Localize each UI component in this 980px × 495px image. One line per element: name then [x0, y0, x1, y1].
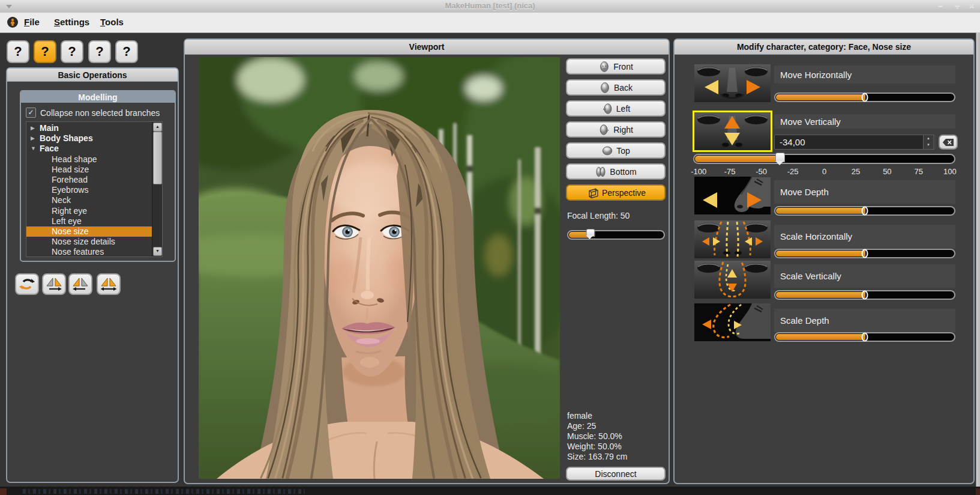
symmetrize-right-icon: [46, 276, 62, 292]
info-weight: Weight: 50.0%: [567, 442, 622, 452]
tree-item-head-size[interactable]: Head size: [26, 165, 162, 175]
tab-help-5[interactable]: ?: [115, 40, 138, 63]
menu-tools[interactable]: Tools: [100, 17, 124, 27]
close-button[interactable]: ×: [965, 1, 978, 11]
title-bar: MakeHuman [test] (nica) – + ×: [0, 0, 980, 13]
menu-settings[interactable]: Settings: [54, 17, 89, 27]
spinner-down-icon[interactable]: ▼: [924, 142, 933, 148]
window-scrollbar[interactable]: [976, 32, 980, 487]
symmetrize-right-button[interactable]: [42, 273, 66, 295]
makehuman-logo-icon: [7, 17, 18, 28]
symmetrize-left-button[interactable]: [68, 273, 92, 295]
nose-move-vertical-thumbnail[interactable]: [694, 112, 771, 150]
reset-rotation-button[interactable]: [15, 273, 39, 295]
camera-left-button[interactable]: Left: [566, 100, 666, 117]
nose-scale-depth-thumbnail[interactable]: [694, 303, 771, 341]
scale-horizontally-label: Scale Horizontally: [774, 225, 955, 248]
camera-right-button[interactable]: Right: [566, 121, 666, 138]
tree-item-body-shapes[interactable]: ▶Body Shapes: [26, 133, 162, 144]
move-depth-slider[interactable]: [774, 206, 955, 216]
reset-rotation-icon: [19, 276, 35, 292]
tab-help-1[interactable]: ?: [7, 40, 29, 63]
modelling-header: Modelling: [21, 91, 175, 103]
collapsed-arrow-icon[interactable]: ▶: [31, 133, 35, 144]
slider-handle[interactable]: [862, 93, 868, 102]
clear-value-button[interactable]: [939, 135, 958, 150]
move-vertically-slider-handle[interactable]: [775, 153, 785, 162]
info-gender: female: [567, 411, 592, 421]
slider-fill: [776, 208, 865, 214]
tree-item-main[interactable]: ▶Main: [26, 123, 162, 133]
scale-depth-slider[interactable]: [774, 332, 955, 342]
bottom-clipped-log: [0, 487, 980, 495]
modelling-tree: ▶Main ▶Body Shapes ▼Face Head shape Head…: [26, 121, 163, 257]
scrollbar-thumb[interactable]: [153, 132, 162, 184]
tab-help-2-active[interactable]: ?: [34, 40, 56, 63]
nose-move-depth-thumbnail[interactable]: [694, 177, 771, 214]
slider-fill: [776, 251, 865, 257]
viewport-3d-scene[interactable]: [199, 57, 560, 479]
focal-length-slider[interactable]: [567, 230, 665, 240]
camera-top-button[interactable]: Top: [566, 142, 666, 159]
tree-scrollbar[interactable]: ▲ ▼: [152, 122, 162, 257]
camera-perspective-button[interactable]: Perspective: [566, 184, 666, 201]
move-horizontally-label: Move Horizontally: [774, 65, 955, 84]
viewport-panel: Viewport: [184, 38, 670, 484]
nose-scale-vertical-thumbnail[interactable]: [694, 261, 771, 299]
symmetry-both-icon: [100, 276, 117, 292]
tree-item-nose-size-details[interactable]: Nose size details: [26, 237, 162, 247]
log-left-marker: [0, 488, 7, 495]
slider-handle[interactable]: [862, 333, 868, 342]
move-vertically-slider[interactable]: [693, 154, 955, 164]
collapse-branches-row: ✓ Collapse non selected branches: [26, 108, 160, 118]
camera-front-button[interactable]: Front: [566, 58, 666, 74]
camera-back-button[interactable]: Back: [566, 79, 666, 96]
menu-file[interactable]: File: [24, 17, 40, 27]
tree-item-left-eye[interactable]: Left eye: [26, 216, 162, 226]
nose-move-horizontal-thumbnail[interactable]: [694, 64, 771, 102]
modify-character-panel: Modify character, category: Face, Nose s…: [673, 38, 975, 484]
tree-item-neck[interactable]: Neck: [26, 195, 162, 205]
tree-item-nose-features[interactable]: Nose features: [26, 247, 162, 257]
disconnect-button[interactable]: Disconnect: [566, 467, 666, 481]
slider-fill: [695, 156, 781, 162]
scroll-down-icon[interactable]: ▼: [153, 247, 162, 256]
perspective-cube-icon: [586, 186, 599, 199]
tab-help-4[interactable]: ?: [88, 40, 111, 63]
symmetry-both-button[interactable]: [97, 273, 121, 295]
maximize-button[interactable]: +: [951, 1, 964, 11]
scale-horizontally-slider[interactable]: [774, 249, 955, 258]
slider-fill: [776, 94, 865, 100]
info-age: Age: 25: [567, 421, 596, 431]
minimize-button[interactable]: –: [934, 1, 947, 11]
head-right-icon: [598, 123, 610, 136]
scale-vertically-slider[interactable]: [774, 290, 955, 300]
slider-handle[interactable]: [862, 249, 868, 258]
move-vertically-label: Move Vertically: [774, 114, 955, 129]
camera-bottom-button[interactable]: Bottom: [566, 163, 666, 180]
modify-panel-header: Modify character, category: Face, Nose s…: [675, 40, 973, 55]
slider-handle[interactable]: [862, 291, 868, 300]
tree-item-forehead[interactable]: Forehead: [26, 175, 162, 185]
tree-item-nose-size-selected[interactable]: Nose size: [26, 226, 162, 237]
tree-item-face[interactable]: ▼Face: [26, 144, 162, 154]
value-spinner[interactable]: ▲ ▼: [923, 135, 934, 150]
scroll-up-icon[interactable]: ▲: [153, 123, 162, 132]
collapsed-arrow-icon[interactable]: ▶: [31, 123, 35, 133]
focal-slider-handle[interactable]: [586, 229, 595, 237]
tab-help-3[interactable]: ?: [61, 40, 83, 63]
viewport-header: Viewport: [185, 40, 669, 55]
tree-item-eyebrows[interactable]: Eyebrows: [26, 185, 162, 195]
slider-handle[interactable]: [862, 207, 868, 216]
expanded-arrow-icon[interactable]: ▼: [31, 144, 36, 154]
move-horizontally-slider[interactable]: [774, 93, 955, 102]
nose-scale-horizontal-thumbnail[interactable]: [694, 220, 771, 258]
spinner-up-icon[interactable]: ▲: [924, 135, 933, 142]
tree-item-head-shape[interactable]: Head shape: [26, 154, 162, 165]
basic-operations-header: Basic Operations: [7, 68, 178, 82]
tree-item-right-eye[interactable]: Right eye: [26, 206, 162, 216]
move-vertically-value-input[interactable]: [774, 135, 935, 150]
collapse-branches-checkbox[interactable]: ✓: [26, 108, 36, 118]
log-right-marker: [976, 488, 980, 495]
head-front-icon: [598, 60, 610, 73]
